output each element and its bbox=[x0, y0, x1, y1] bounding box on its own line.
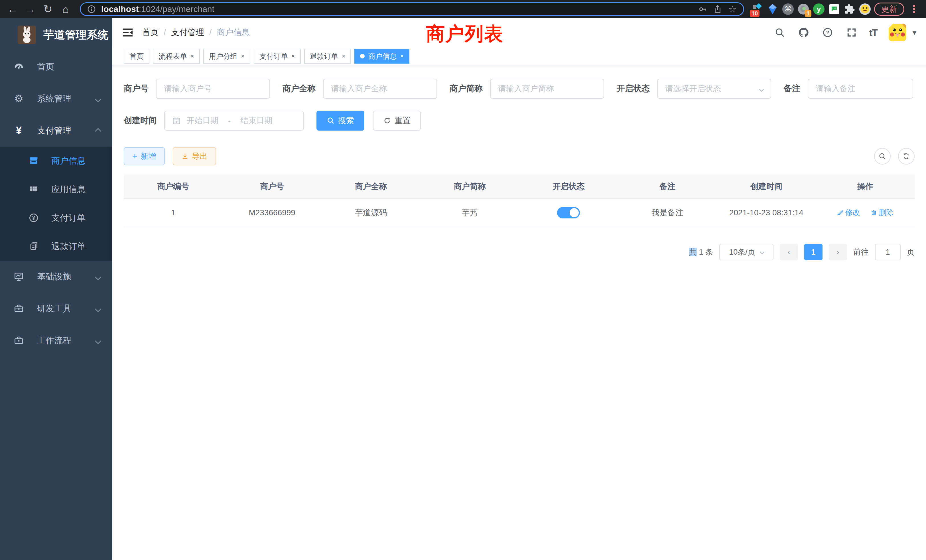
tag-home[interactable]: 首页 bbox=[124, 49, 150, 64]
show-search-toggle-button[interactable] bbox=[874, 148, 891, 165]
tag-pay-order[interactable]: 支付订单× bbox=[254, 49, 301, 64]
browser-update-button[interactable]: 更新 bbox=[874, 3, 904, 16]
browser-toolbar: ← → ↻ ⌂ localhost:1024/pay/merchant ☆ 10… bbox=[0, 0, 926, 18]
tag-user-group[interactable]: 用户分组× bbox=[203, 49, 250, 64]
sidebar-item-label: 研发工具 bbox=[37, 303, 71, 315]
sidebar-item-app-info[interactable]: 应用信息 bbox=[0, 175, 112, 204]
edit-button[interactable]: 修改 bbox=[837, 207, 860, 218]
command-extension-icon[interactable]: ⌘ bbox=[782, 3, 794, 15]
browser-profile-avatar[interactable] bbox=[859, 3, 871, 15]
reload-icon[interactable]: ↻ bbox=[41, 2, 55, 17]
url-text[interactable]: localhost:1024/pay/merchant bbox=[101, 4, 214, 14]
cell-short-name: 芋艿 bbox=[420, 198, 519, 227]
cell-create-time: 2021-10-23 08:31:14 bbox=[717, 198, 816, 227]
yudao-extension-icon[interactable]: y bbox=[813, 3, 825, 15]
sidebar-item-merchant-info[interactable]: 商户信息 bbox=[0, 147, 112, 175]
sidebar-item-infra[interactable]: 基础设施 bbox=[0, 260, 112, 292]
url-bar[interactable]: localhost:1024/pay/merchant ☆ bbox=[80, 2, 744, 16]
delete-button[interactable]: 删除 bbox=[870, 207, 894, 218]
breadcrumb-home[interactable]: 首页 bbox=[142, 27, 159, 38]
merchant-no-input[interactable] bbox=[164, 84, 262, 93]
sidebar-logo[interactable]: 芋道管理系统 bbox=[0, 18, 112, 51]
tags-view-bar: 首页 流程表单× 用户分组× 支付订单× 退款订单× 商户信息× bbox=[112, 47, 926, 66]
home-icon[interactable]: ⌂ bbox=[58, 2, 73, 17]
sidebar-fold-icon[interactable] bbox=[122, 27, 133, 38]
sidebar-item-system[interactable]: ⚙ 系统管理 bbox=[0, 83, 112, 115]
goto-label: 前往 bbox=[853, 247, 869, 257]
status-select[interactable]: 请选择开启状态 bbox=[657, 79, 771, 98]
breadcrumb-pay[interactable]: 支付管理 bbox=[171, 27, 204, 38]
delete-label: 删除 bbox=[879, 207, 894, 218]
date-range-picker[interactable]: 开始日期 - 结束日期 bbox=[164, 110, 304, 130]
close-icon[interactable]: × bbox=[191, 53, 194, 60]
close-icon[interactable]: × bbox=[342, 53, 345, 60]
chat-extension-icon[interactable] bbox=[828, 3, 840, 15]
filter-status: 开启状态 请选择开启状态 bbox=[617, 79, 771, 98]
tag-label: 退款订单 bbox=[310, 51, 338, 61]
github-icon[interactable] bbox=[797, 26, 810, 39]
store-icon bbox=[27, 154, 40, 167]
gem-extension-icon[interactable] bbox=[766, 3, 779, 15]
sidebar-item-label: 退款订单 bbox=[51, 241, 86, 252]
download-icon bbox=[181, 153, 189, 160]
add-button[interactable]: + 新增 bbox=[124, 147, 165, 165]
app-title: 芋道管理系统 bbox=[43, 28, 108, 42]
refresh-table-button[interactable] bbox=[898, 148, 915, 165]
remark-input[interactable] bbox=[816, 84, 905, 93]
close-icon[interactable]: × bbox=[291, 53, 295, 60]
goto-page-input[interactable] bbox=[875, 244, 900, 260]
font-size-icon[interactable]: tT bbox=[869, 27, 877, 38]
forward-icon[interactable]: → bbox=[23, 2, 38, 17]
table-tools bbox=[874, 148, 915, 165]
sidebar-item-devtools[interactable]: 研发工具 bbox=[0, 292, 112, 324]
sidebar-item-refund-order[interactable]: 退款订单 bbox=[0, 232, 112, 260]
avatar-extension-icon[interactable]: 1 bbox=[797, 3, 809, 15]
next-page-button[interactable]: › bbox=[829, 244, 847, 260]
bookmark-star-icon[interactable]: ☆ bbox=[727, 4, 738, 14]
sidebar-item-workflow[interactable]: 工作流程 bbox=[0, 324, 112, 356]
close-icon[interactable]: × bbox=[241, 53, 245, 60]
caret-down-icon[interactable]: ▾ bbox=[912, 28, 916, 37]
chevron-down-icon bbox=[760, 84, 763, 93]
help-icon[interactable]: ? bbox=[822, 26, 834, 39]
tag-refund-order[interactable]: 退款订单× bbox=[304, 49, 351, 64]
col-remark: 备注 bbox=[618, 174, 717, 198]
total-rest: 1 条 bbox=[699, 248, 713, 256]
back-icon[interactable]: ← bbox=[5, 2, 20, 17]
share-icon[interactable] bbox=[713, 4, 723, 14]
tag-process-form[interactable]: 流程表单× bbox=[153, 49, 200, 64]
extensions-puzzle-icon[interactable] bbox=[843, 3, 856, 15]
export-button[interactable]: 导出 bbox=[173, 147, 216, 165]
prev-page-button[interactable]: ‹ bbox=[780, 244, 798, 260]
extension-grid-icon[interactable]: 10 bbox=[751, 3, 764, 15]
full-name-input[interactable] bbox=[331, 84, 429, 93]
sidebar-item-label: 商户信息 bbox=[51, 155, 86, 167]
search-button[interactable]: 搜索 bbox=[316, 110, 365, 130]
current-page-button[interactable]: 1 bbox=[804, 244, 823, 260]
fullscreen-icon[interactable] bbox=[845, 26, 858, 39]
col-merchant-id: 商户编号 bbox=[124, 174, 222, 198]
filter-short-name: 商户简称 bbox=[449, 79, 604, 98]
total-highlight: 共 bbox=[689, 248, 697, 256]
tag-merchant-info[interactable]: 商户信息× bbox=[354, 49, 409, 64]
password-key-icon[interactable] bbox=[698, 4, 708, 14]
site-info-icon[interactable] bbox=[86, 4, 97, 14]
url-path: :1024/pay/merchant bbox=[139, 4, 214, 14]
close-icon[interactable]: × bbox=[400, 53, 404, 60]
header-search-icon[interactable] bbox=[773, 26, 786, 39]
status-toggle[interactable] bbox=[557, 207, 580, 218]
user-avatar[interactable] bbox=[889, 24, 906, 41]
red-annotation-text: 商户列表 bbox=[426, 21, 504, 47]
browser-menu-icon[interactable]: ⋮ bbox=[907, 3, 921, 15]
sidebar-item-pay[interactable]: ¥ 支付管理 bbox=[0, 115, 112, 147]
short-name-input[interactable] bbox=[498, 84, 596, 93]
tag-label: 首页 bbox=[129, 51, 144, 61]
trash-icon bbox=[870, 209, 877, 216]
sidebar-item-pay-order[interactable]: ¥ 支付订单 bbox=[0, 204, 112, 232]
dashboard-icon bbox=[12, 61, 25, 73]
sidebar-item-home[interactable]: 首页 bbox=[0, 51, 112, 83]
page-size-select[interactable]: 10条/页 bbox=[719, 244, 773, 260]
reset-button[interactable]: 重置 bbox=[373, 110, 421, 130]
filter-full-name: 商户全称 bbox=[283, 79, 437, 98]
pay-order-icon: ¥ bbox=[27, 212, 40, 224]
